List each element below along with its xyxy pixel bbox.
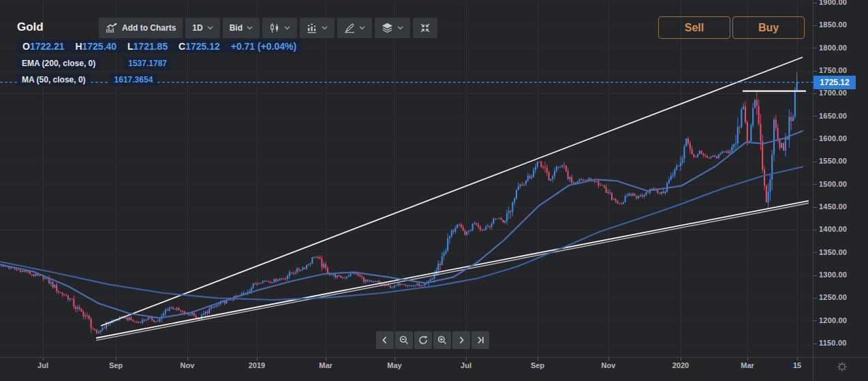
chevron-down-icon xyxy=(207,26,213,30)
time-axis-label: Sep xyxy=(101,361,131,369)
chevron-down-icon xyxy=(284,26,290,30)
scroll-left-button[interactable] xyxy=(376,331,394,349)
candlestick-icon xyxy=(269,22,280,33)
time-axis-tick xyxy=(747,358,748,361)
time-axis-label: Nov xyxy=(172,361,202,369)
refresh-icon xyxy=(418,335,428,345)
zoom-in-button[interactable] xyxy=(433,331,451,349)
time-axis-label: Mar xyxy=(311,361,341,369)
indicators-dropdown[interactable] xyxy=(300,18,335,38)
price-axis-label: 1450.00 xyxy=(819,202,847,211)
chevron-down-icon xyxy=(359,26,365,30)
time-axis[interactable]: JulSepNov2019MarMayJulSepNov2020Mar15 xyxy=(0,358,813,381)
time-axis-tick xyxy=(681,358,681,361)
price-axis-tick xyxy=(813,93,817,94)
draw-pencil-icon xyxy=(344,22,355,33)
go-to-latest-button[interactable] xyxy=(471,331,489,349)
trading-chart-window: 1900.001850.001800.001750.001700.001650.… xyxy=(0,0,868,381)
price-axis-label: 1200.00 xyxy=(819,316,847,324)
time-axis-tick xyxy=(394,358,395,361)
chart-style-dropdown[interactable] xyxy=(262,18,297,38)
close-label: C xyxy=(179,41,185,52)
time-axis-tick xyxy=(116,358,117,361)
time-axis-label: Jul xyxy=(28,361,58,369)
ma-indicator-value: 1617.3654 xyxy=(110,74,158,86)
ema-indicator-value: 1537.1787 xyxy=(123,57,172,70)
price-axis-tick xyxy=(813,344,817,344)
collapse-icon xyxy=(420,22,431,33)
close-value: 1725.12 xyxy=(185,41,220,52)
ema-indicator-label: EMA (200, close, 0) xyxy=(17,57,100,70)
price-axis-label: 1750.00 xyxy=(819,66,847,74)
layers-icon xyxy=(382,22,393,33)
time-axis-label: May xyxy=(379,361,409,369)
chart-add-icon xyxy=(106,23,118,33)
time-axis-label: 2020 xyxy=(666,361,696,369)
indicator-row-ma[interactable]: MA (50, close, 0)1617.3654 xyxy=(17,74,157,86)
price-axis-tick xyxy=(813,207,817,208)
chevron-down-icon xyxy=(322,26,328,30)
buy-button[interactable]: Buy xyxy=(732,16,805,39)
time-axis-label: Nov xyxy=(593,361,623,369)
chevron-left-icon xyxy=(380,335,390,345)
price-axis-label: 1850.00 xyxy=(819,20,847,29)
time-axis-tick xyxy=(326,358,326,361)
price-axis[interactable]: 1900.001850.001800.001750.001700.001650.… xyxy=(813,0,868,357)
time-axis-tick xyxy=(187,358,188,361)
price-axis-label: 1550.00 xyxy=(819,157,847,165)
price-axis-label: 1250.00 xyxy=(819,293,847,301)
change-value: +0.71 (+0.04%) xyxy=(231,41,297,52)
ma-indicator-label: MA (50, close, 0) xyxy=(17,74,91,86)
axis-settings-button[interactable] xyxy=(822,357,863,376)
gear-icon xyxy=(836,361,848,373)
low-label: L xyxy=(127,41,134,52)
draw-tools-dropdown[interactable] xyxy=(337,18,372,38)
zoom-in-icon xyxy=(437,335,447,345)
time-axis-label: 2019 xyxy=(242,361,272,369)
sell-button[interactable]: Sell xyxy=(658,16,730,39)
time-axis-label: Mar xyxy=(732,361,762,369)
price-axis-label: 1400.00 xyxy=(819,225,847,233)
price-axis-tick xyxy=(813,184,817,185)
high-label: H xyxy=(75,41,82,52)
price-axis-tick xyxy=(813,230,817,230)
time-axis-tick xyxy=(43,358,44,361)
high-value: 1725.40 xyxy=(82,41,117,52)
price-axis-tick xyxy=(813,116,817,117)
price-chart[interactable] xyxy=(0,0,813,357)
timeframe-label: 1D xyxy=(192,23,202,33)
price-axis-label: 1900.00 xyxy=(819,0,847,6)
add-to-charts-button[interactable]: Add to Charts xyxy=(99,18,183,38)
reset-chart-button[interactable] xyxy=(414,331,432,349)
symbol-title: Gold xyxy=(17,20,44,34)
price-type-dropdown[interactable]: Bid xyxy=(223,18,260,38)
price-axis-label: 1150.00 xyxy=(819,339,847,347)
time-axis-tick xyxy=(797,358,798,361)
chart-navigation xyxy=(376,331,489,349)
time-axis-label: 15 xyxy=(782,361,812,369)
time-axis-tick xyxy=(608,358,609,361)
price-axis-label: 1700.00 xyxy=(819,89,847,97)
zoom-out-button[interactable] xyxy=(395,331,413,349)
collapse-chart-button[interactable] xyxy=(413,18,437,38)
zoom-out-icon xyxy=(399,335,409,345)
price-axis-tick xyxy=(813,320,817,321)
price-axis-tick xyxy=(813,139,817,140)
indicator-row-ema[interactable]: EMA (200, close, 0)1537.1787 xyxy=(17,57,172,70)
price-axis-tick xyxy=(813,71,817,72)
indicators-icon xyxy=(307,22,317,33)
chevron-down-icon xyxy=(397,26,403,30)
ohlc-quote-row: O1722.21 H1725.40 L1721.85 C1725.12 +0.7… xyxy=(17,40,302,53)
layers-dropdown[interactable] xyxy=(375,18,410,38)
time-axis-tick xyxy=(257,358,258,361)
price-type-label: Bid xyxy=(230,23,243,33)
skip-to-latest-icon xyxy=(476,335,485,345)
current-price-label: 1725.12 xyxy=(813,76,856,89)
price-axis-tick xyxy=(813,162,817,162)
low-value: 1721.85 xyxy=(134,41,168,52)
price-axis-label: 1300.00 xyxy=(819,271,847,279)
scroll-right-button[interactable] xyxy=(452,331,470,349)
price-axis-tick xyxy=(813,48,817,48)
price-axis-tick xyxy=(813,298,817,299)
timeframe-dropdown[interactable]: 1D xyxy=(185,18,219,38)
